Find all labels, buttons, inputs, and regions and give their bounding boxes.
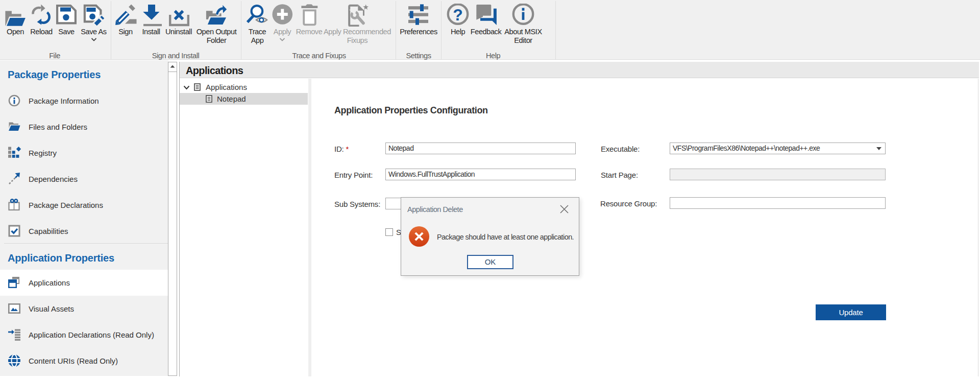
svg-text:?: ? [453, 6, 463, 24]
